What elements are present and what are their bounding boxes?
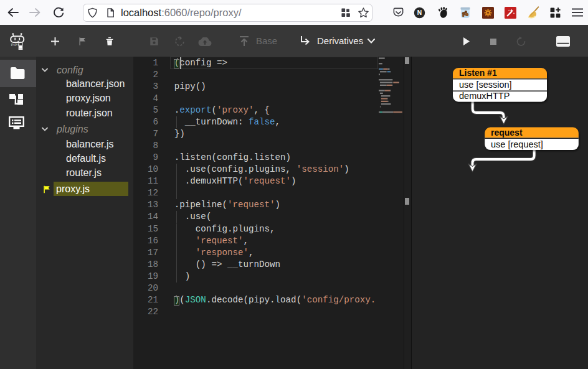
svg-text:use [request]: use [request] [491,139,543,149]
svg-text:demuxHTTP: demuxHTTP [459,91,510,101]
svg-text:PIPY: PIPY [11,43,20,47]
svg-text:N: N [417,9,422,16]
svg-text:Listen #1: Listen #1 [459,68,497,78]
svg-text:request: request [491,128,523,138]
svg-text:use [session]: use [session] [459,80,512,90]
